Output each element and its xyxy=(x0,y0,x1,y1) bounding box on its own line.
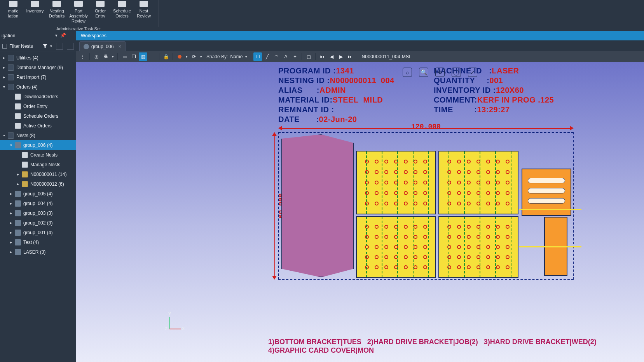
nest-canvas[interactable]: PROGRAM ID :1341NESTING ID :N000000011_0… xyxy=(76,62,644,362)
draw-line-icon[interactable]: ╱ xyxy=(263,52,271,61)
expand-icon[interactable]: ▸ xyxy=(9,211,13,215)
ribbon-button-1[interactable]: Inventory xyxy=(24,0,46,24)
expand-icon[interactable]: ▸ xyxy=(2,56,6,60)
expand-icon[interactable]: ▸ xyxy=(9,201,13,205)
tree-item-6[interactable]: Schedule Orders xyxy=(0,111,76,121)
arc-icon[interactable]: ◠ xyxy=(272,52,281,61)
tree-item-14[interactable]: ▸group_005 (4) xyxy=(0,189,76,198)
shade-by-value[interactable]: Name xyxy=(230,54,243,59)
tree-item-20[interactable]: ▸LASER (3) xyxy=(0,247,76,257)
expand-icon[interactable]: ▾ xyxy=(2,85,6,89)
header-value: 13:29:27 xyxy=(477,105,510,115)
part-hard-drive-bracket-2[interactable] xyxy=(438,151,518,214)
filter-dropdown-icon[interactable]: ▾ xyxy=(50,44,52,48)
expand-icon[interactable]: ▸ xyxy=(9,240,13,244)
line-icon[interactable]: — xyxy=(148,52,157,61)
tree-item-12[interactable]: ▸N000000011 (14) xyxy=(0,169,76,179)
navigation-tree[interactable]: ▸Utilities (4)▸Database Manager (9)▸Part… xyxy=(0,52,76,362)
ribbon-icon xyxy=(72,0,85,8)
print-dropdown-icon[interactable]: ▾ xyxy=(111,55,115,59)
part-list-line-1: 1)BOTTOM BRACKET|TUES 2)HARD DRIVE BRACK… xyxy=(268,338,597,346)
crosshair-icon[interactable]: ＋ xyxy=(291,52,299,61)
pin-icon[interactable]: 📌 xyxy=(60,33,66,38)
funnel-icon[interactable] xyxy=(42,44,48,49)
tree-item-1[interactable]: ▸Database Manager (9) xyxy=(0,63,76,72)
expand-icon[interactable]: ▸ xyxy=(9,230,13,235)
expand-icon[interactable]: ▸ xyxy=(2,75,6,79)
ribbon-button-5[interactable]: ScheduleOrders xyxy=(111,0,133,24)
orbit-icon[interactable]: ◯ xyxy=(452,68,461,77)
part-hard-drive-bracket-4[interactable] xyxy=(438,216,518,278)
zoom-window-icon[interactable]: ⌕ xyxy=(403,68,412,77)
ribbon-button-6[interactable]: NestReview xyxy=(133,0,155,24)
part-hard-drive-bracket-3[interactable] xyxy=(356,216,436,278)
expand-icon[interactable]: ▸ xyxy=(2,65,6,70)
expand-icon[interactable]: ▸ xyxy=(16,182,20,186)
tree-item-15[interactable]: ▸group_004 (4) xyxy=(0,198,76,208)
page-icon xyxy=(15,94,21,100)
copy-icon[interactable]: ❐ xyxy=(129,52,138,61)
shade-by-dropdown-icon[interactable]: ▾ xyxy=(244,55,248,59)
tree-item-17[interactable]: ▸group_002 (3) xyxy=(0,218,76,228)
filter-search-button[interactable] xyxy=(67,43,74,50)
tree-item-18[interactable]: ▸group_001 (4) xyxy=(0,228,76,237)
text-icon[interactable]: A xyxy=(281,52,290,61)
tree-item-4[interactable]: DownloadOrders xyxy=(0,92,76,101)
color-dropdown-icon[interactable]: ▾ xyxy=(185,55,189,59)
tree-item-2[interactable]: ▸Part Import (7) xyxy=(0,72,76,82)
rect-icon[interactable]: ▢ xyxy=(304,52,313,61)
group-icon xyxy=(15,210,21,216)
workspaces-header[interactable]: Workspaces xyxy=(76,31,644,40)
grip-icon[interactable]: ⋮ xyxy=(79,52,87,61)
first-icon[interactable]: ⏮ xyxy=(318,52,326,61)
tree-item-3[interactable]: ▾Orders (4) xyxy=(0,82,76,92)
refresh-icon[interactable]: ⟳ xyxy=(190,52,198,61)
tab-group-006[interactable]: group_006 × xyxy=(79,41,126,51)
tree-item-16[interactable]: ▸group_003 (3) xyxy=(0,208,76,218)
tree-item-0[interactable]: ▸Utilities (4) xyxy=(0,53,76,63)
refresh-dropdown-icon[interactable]: ▾ xyxy=(199,55,203,59)
next-icon[interactable]: ▶ xyxy=(337,52,345,61)
tree-item-11[interactable]: Manage Nests xyxy=(0,160,76,169)
collapse-chevron-icon[interactable]: ▾ xyxy=(55,33,58,38)
tree-item-9[interactable]: ▾group_006 (4) xyxy=(0,140,76,150)
tree-item-10[interactable]: Create Nests xyxy=(0,150,76,160)
target-icon[interactable]: ◎ xyxy=(92,52,101,61)
ribbon-button-4[interactable]: OrderEntry xyxy=(89,0,111,24)
tree-item-19[interactable]: ▸Test (4) xyxy=(0,237,76,247)
prev-icon[interactable]: ◀ xyxy=(327,52,336,61)
ribbon-button-3[interactable]: PartAssembly Review xyxy=(68,0,89,24)
group-icon xyxy=(15,239,21,245)
zoom-in-icon[interactable]: 🔍 xyxy=(419,68,428,77)
tree-item-8[interactable]: ▾Nests (8) xyxy=(0,131,76,140)
sheet-icon[interactable]: ▭ xyxy=(120,52,129,61)
last-icon[interactable]: ⏭ xyxy=(346,52,354,61)
ribbon-button-0[interactable]: maticlation xyxy=(2,0,24,24)
ribbon-button-2[interactable]: NestingDefaults xyxy=(46,0,68,24)
part-bottom-bracket[interactable] xyxy=(281,134,354,277)
close-icon[interactable]: × xyxy=(118,44,121,49)
navigation-panel-title: igation ▾ 📌 xyxy=(0,31,76,40)
lock-icon[interactable]: 🔒 xyxy=(162,52,170,61)
ribbon-button-label: OrderEntry xyxy=(95,9,106,19)
highlight-icon[interactable]: ▧ xyxy=(139,52,147,61)
tree-item-13[interactable]: ▸N000000012 (6) xyxy=(0,179,76,189)
filter-option-button[interactable] xyxy=(56,43,63,50)
header-value: STEEL MILD xyxy=(333,95,383,105)
window-icon[interactable]: ☐ xyxy=(253,52,262,61)
separator xyxy=(89,53,90,60)
expand-icon[interactable]: ▸ xyxy=(9,191,13,196)
expand-icon[interactable]: ▾ xyxy=(9,143,13,147)
fit-icon[interactable]: ⤢ xyxy=(468,68,477,77)
color-icon[interactable]: ⬣ xyxy=(175,52,184,61)
expand-icon[interactable]: ▸ xyxy=(9,221,13,225)
tree-item-5[interactable]: Order Entry xyxy=(0,101,76,111)
part-hard-drive-bracket-1[interactable] xyxy=(356,151,436,214)
tree-item-7[interactable]: Active Orders xyxy=(0,121,76,131)
print-icon[interactable]: 🖶 xyxy=(101,52,110,61)
expand-icon[interactable]: ▾ xyxy=(2,133,6,137)
expand-icon[interactable]: ▸ xyxy=(16,172,20,176)
filter-checkbox[interactable] xyxy=(2,44,7,49)
pan-icon[interactable]: ✥ xyxy=(435,68,445,77)
expand-icon[interactable]: ▸ xyxy=(9,250,13,254)
